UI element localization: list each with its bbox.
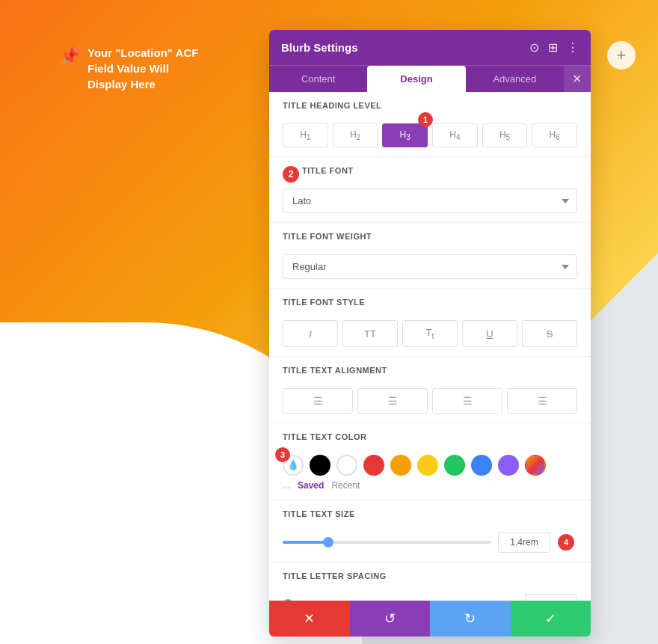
title-font-label: Title Font — [302, 166, 354, 175]
color-red-swatch[interactable] — [363, 455, 384, 476]
title-letter-spacing-section: Title Letter Spacing — [269, 562, 591, 601]
title-font-style-section: Title Font Style I TT Tt U S — [269, 289, 591, 356]
header-icons: ⊙ ⊞ ⋮ — [529, 40, 579, 55]
h5-button[interactable]: H5 — [482, 123, 528, 147]
panel-title: Blurb Settings — [281, 41, 358, 54]
color-yellow-swatch[interactable] — [417, 455, 438, 476]
title-text-color-section: Title Text Color 💧 3 ... Saved — [269, 423, 591, 500]
more-icon[interactable]: ⋮ — [567, 40, 579, 55]
color-tabs-row: ... Saved Recent — [283, 480, 577, 491]
text-size-slider-thumb[interactable] — [323, 537, 333, 548]
title-font-weight-label: Title Font Weight — [283, 232, 372, 241]
heading-buttons: H1 H2 H3 1 H4 H5 H6 — [283, 123, 577, 147]
title-font-style-label: Title Font Style — [283, 298, 365, 307]
reset-button[interactable]: ↺ — [350, 601, 431, 637]
blurb-settings-panel: Blurb Settings ⊙ ⊞ ⋮ Content Design Adva… — [269, 30, 591, 637]
uppercase-button[interactable]: TT — [342, 320, 398, 347]
step-3-badge: 3 — [275, 447, 290, 462]
tab-advanced[interactable]: Advanced — [466, 66, 564, 92]
tabs-bar: Content Design Advanced ✕ — [269, 65, 591, 92]
title-text-alignment-label: Title Text Alignment — [283, 366, 387, 375]
layout-icon[interactable]: ⊞ — [548, 40, 558, 55]
tab-content[interactable]: Content — [269, 66, 367, 92]
h6-button[interactable]: H6 — [532, 123, 577, 147]
strikethrough-button[interactable]: S — [522, 320, 577, 347]
title-font-weight-section: Title Font Weight Regular Bold Light Med… — [269, 223, 591, 288]
pin-text: Your "Location" ACF Field Value Will Dis… — [87, 45, 207, 92]
eyedropper-container: 💧 3 — [283, 455, 304, 476]
title-text-size-label: Title Text Size — [283, 509, 355, 518]
step-4-badge: 4 — [558, 534, 574, 551]
letter-spacing-slider-thumb[interactable] — [283, 599, 293, 601]
title-text-color-label-row: Title Text Color — [283, 432, 577, 449]
step-2-badge: 2 — [283, 166, 299, 183]
color-purple-swatch[interactable] — [498, 455, 519, 476]
h2-button[interactable]: H2 — [333, 123, 378, 147]
pin-area: 📌 Your "Location" ACF Field Value Will D… — [60, 45, 207, 92]
align-right-button[interactable]: ☰ — [432, 388, 502, 414]
underline-button[interactable]: U — [462, 320, 517, 347]
title-heading-level-section: Title Heading Level H1 H2 H3 1 H4 H5 H6 — [269, 92, 591, 156]
color-black-swatch[interactable] — [310, 455, 330, 476]
align-center-button[interactable]: ☰ — [357, 388, 428, 414]
color-blue-swatch[interactable] — [471, 455, 492, 476]
title-heading-level-label: Title Heading Level — [283, 101, 381, 110]
plus-button[interactable]: + — [607, 41, 636, 70]
text-size-slider-fill — [283, 541, 328, 544]
panel-footer: ✕ ↺ ↻ ✓ — [269, 601, 591, 637]
color-gradient-swatch[interactable] — [525, 455, 546, 476]
step-1-badge: 1 — [418, 112, 433, 127]
confirm-button[interactable]: ✓ — [511, 601, 591, 637]
tabs-close-button[interactable]: ✕ — [564, 66, 591, 92]
h3-button[interactable]: H3 1 — [382, 123, 428, 147]
text-size-slider-track[interactable] — [283, 541, 491, 544]
capitalize-button[interactable]: Tt — [402, 320, 458, 347]
title-font-section: 2 Title Font Lato Roboto Open Sans Monts… — [269, 157, 591, 222]
letter-spacing-value-input[interactable] — [525, 594, 577, 601]
color-swatches-row: 💧 3 — [283, 455, 577, 476]
align-left-button[interactable]: ☰ — [283, 388, 353, 414]
h1-button[interactable]: H1 — [283, 123, 328, 147]
font-style-buttons: I TT Tt U S — [283, 320, 577, 347]
letter-spacing-slider-row — [283, 594, 577, 601]
saved-tab[interactable]: Saved — [298, 480, 324, 491]
align-justify-button[interactable]: ☰ — [507, 388, 577, 414]
color-white-swatch[interactable] — [336, 455, 357, 476]
title-letter-spacing-label: Title Letter Spacing — [283, 571, 387, 580]
text-size-slider-row: 4 — [283, 532, 577, 553]
title-font-select[interactable]: Lato Roboto Open Sans Montserrat — [283, 188, 577, 213]
tab-design[interactable]: Design — [367, 66, 465, 92]
title-font-label-row: 2 Title Font — [283, 166, 577, 183]
title-font-weight-label-row: Title Font Weight — [283, 232, 577, 248]
title-text-size-section: Title Text Size 4 — [269, 500, 591, 562]
redo-button[interactable]: ↻ — [430, 601, 511, 637]
title-text-alignment-label-row: Title Text Alignment — [283, 366, 577, 382]
italic-button[interactable]: I — [283, 320, 338, 347]
title-text-color-label: Title Text Color — [283, 432, 367, 441]
pin-icon: 📌 — [60, 46, 80, 66]
title-text-size-label-row: Title Text Size — [283, 509, 577, 526]
alignment-buttons: ☰ ☰ ☰ ☰ — [283, 388, 577, 414]
title-font-style-label-row: Title Font Style — [283, 298, 577, 314]
h4-button[interactable]: H4 — [432, 123, 478, 147]
color-orange-swatch[interactable] — [390, 455, 411, 476]
title-letter-spacing-label-row: Title Letter Spacing — [283, 571, 577, 588]
color-green-swatch[interactable] — [444, 455, 465, 476]
recent-tab[interactable]: Recent — [331, 480, 360, 491]
title-font-weight-select[interactable]: Regular Bold Light Medium — [283, 254, 577, 279]
title-text-alignment-section: Title Text Alignment ☰ ☰ ☰ ☰ — [269, 357, 591, 423]
text-size-value-input[interactable] — [498, 532, 550, 553]
cancel-button[interactable]: ✕ — [269, 601, 350, 637]
panel-content: Title Heading Level H1 H2 H3 1 H4 H5 H6 … — [269, 92, 591, 601]
panel-header: Blurb Settings ⊙ ⊞ ⋮ — [269, 30, 591, 65]
preview-icon[interactable]: ⊙ — [529, 40, 539, 55]
more-colors-button[interactable]: ... — [283, 480, 290, 491]
